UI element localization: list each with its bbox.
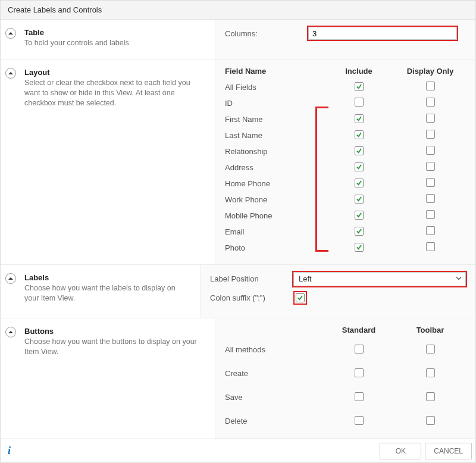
display-only-checkbox[interactable] [426,82,435,90]
include-checkbox[interactable] [355,195,364,204]
section-layout: Layout Select or clear the checkbox next… [1,59,475,264]
dialog-footer: i OK CANCEL [1,439,475,462]
include-checkbox[interactable] [355,179,364,187]
dialog-window: Create Labels and Controls Table To hold… [0,0,476,463]
field-row: Last Name [225,127,466,143]
field-row: Work Phone [225,192,466,208]
field-row: All Fields [225,79,466,95]
section-desc: Choose how you want the buttons to displ… [24,337,205,357]
field-row: Address [225,159,466,176]
method-name: Delete [225,417,323,426]
field-name: First Name [225,115,323,124]
include-checkbox[interactable] [355,211,364,220]
method-name: Save [225,393,323,402]
standard-checkbox[interactable] [355,392,364,401]
display-only-checkbox[interactable] [426,226,435,235]
include-checkbox[interactable] [355,146,364,155]
display-only-checkbox[interactable] [426,130,435,139]
header-blank [225,326,323,334]
display-only-checkbox[interactable] [426,194,435,203]
display-only-checkbox[interactable] [426,242,435,251]
header-toolbar: Toolbar [394,326,466,334]
field-row: Relationship [225,143,466,159]
section-title: Layout [24,68,205,77]
display-only-checkbox[interactable] [426,178,435,187]
toolbar-checkbox[interactable] [426,416,435,425]
section-desc: Select or clear the checkbox next to eac… [24,78,205,108]
method-row: Delete [225,409,466,433]
field-name: ID [225,99,323,108]
field-row: Mobile Phone [225,208,466,224]
field-name: Work Phone [225,195,323,204]
section-table: Table To hold your controls and labels C… [1,20,475,59]
include-checkbox[interactable] [355,162,364,171]
dialog-title: Create Labels and Controls [1,1,475,20]
field-name: All Fields [225,83,323,92]
methods-header: Standard Toolbar [225,326,466,334]
field-name: Last Name [225,131,323,140]
field-name: Address [225,163,323,172]
colon-suffix-label: Colon suffix (":") [210,293,293,302]
cancel-button[interactable]: CANCEL [425,443,472,459]
method-name: All methods [225,345,323,354]
field-name: Relationship [225,147,323,156]
fields-table: Field Name Include Display Only All Fiel… [225,67,466,256]
include-checkbox[interactable] [355,114,364,123]
field-name: Mobile Phone [225,211,323,220]
label-position-value: Left [299,274,312,283]
section-desc: To hold your controls and labels [24,38,205,48]
display-only-checkbox[interactable] [426,146,435,155]
section-title: Labels [24,273,190,282]
field-name: Photo [225,243,323,252]
methods-table: Standard Toolbar All methodsCreateSaveDe… [225,326,466,457]
section-title: Table [24,28,205,37]
include-checkbox[interactable] [355,98,364,107]
colon-suffix-checkbox[interactable] [296,293,305,302]
columns-input[interactable] [308,27,457,40]
section-labels: Labels Choose how you want the labels to… [1,264,475,318]
field-name: Home Phone [225,179,323,188]
ok-button[interactable]: OK [380,443,421,459]
standard-checkbox[interactable] [355,368,364,377]
columns-label: Columns: [225,29,308,38]
display-only-checkbox[interactable] [426,210,435,219]
include-checkbox[interactable] [355,82,364,91]
include-checkbox[interactable] [355,130,364,139]
header-include: Include [323,67,394,76]
header-field-name: Field Name [225,67,323,76]
field-row: First Name [225,111,466,127]
header-display-only: Display Only [394,67,466,76]
standard-checkbox[interactable] [355,345,364,353]
toolbar-checkbox[interactable] [426,368,435,377]
chevron-down-icon [455,274,462,283]
field-row: Email [225,224,466,240]
toolbar-checkbox[interactable] [426,392,435,401]
info-icon[interactable]: i [8,445,11,457]
collapse-toggle-labels[interactable] [5,273,16,284]
include-checkbox[interactable] [355,227,364,236]
label-position-select[interactable]: Left [293,272,466,286]
standard-checkbox[interactable] [355,416,364,425]
collapse-toggle-table[interactable] [5,28,16,39]
toolbar-checkbox[interactable] [426,345,435,353]
method-name: Create [225,369,323,378]
header-standard: Standard [323,326,394,334]
include-checkbox[interactable] [355,243,364,252]
section-title: Buttons [24,327,205,336]
display-only-checkbox[interactable] [426,114,435,123]
method-row: Create [225,362,466,386]
field-name: Email [225,227,323,236]
method-row: Save [225,386,466,409]
collapse-toggle-buttons[interactable] [5,327,16,337]
label-position-label: Label Position [210,274,293,283]
method-row: All methods [225,338,466,362]
section-desc: Choose how you want the labels to displa… [24,283,190,304]
field-row: ID [225,95,466,111]
dialog-content: Table To hold your controls and labels C… [1,20,475,462]
field-row: Photo [225,240,466,256]
collapse-toggle-layout[interactable] [5,68,16,79]
display-only-checkbox[interactable] [426,98,435,107]
display-only-checkbox[interactable] [426,162,435,171]
field-row: Home Phone [225,176,466,192]
fields-header: Field Name Include Display Only [225,67,466,76]
